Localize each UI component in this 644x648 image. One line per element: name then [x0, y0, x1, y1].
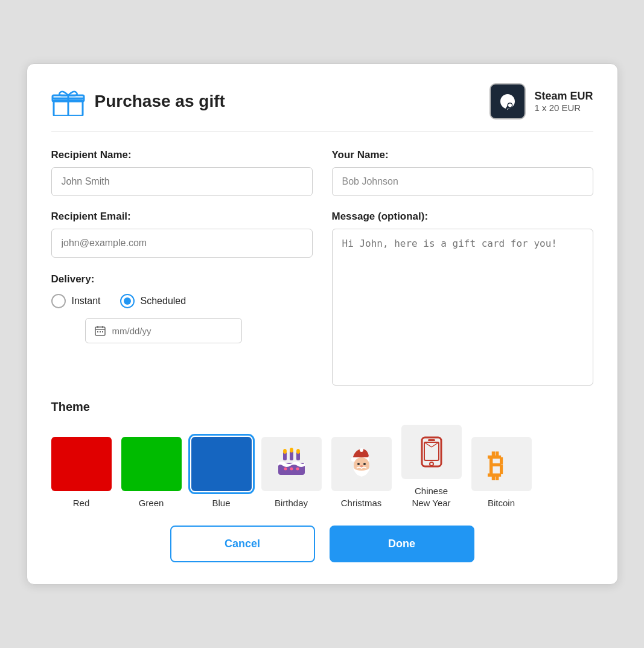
birthday-cake-icon — [273, 446, 310, 482]
header-divider — [51, 132, 593, 132]
theme-icon-birthday[interactable] — [261, 437, 322, 491]
purchase-gift-dialog: Purchase as gift Steam EUR 1 x 20 EUR Re… — [27, 63, 618, 585]
email-message-row: Recipient Email: Delivery: Instant Sched… — [51, 211, 593, 386]
dialog-header: Purchase as gift Steam EUR 1 x 20 EUR — [51, 83, 593, 119]
svg-line-33 — [424, 442, 432, 447]
header-left: Purchase as gift — [51, 87, 225, 116]
your-name-col: Your Name: — [332, 149, 593, 196]
svg-rect-10 — [97, 331, 98, 332]
theme-grid: Red Green Blue — [51, 425, 593, 509]
theme-label-red: Red — [73, 497, 90, 509]
your-name-input[interactable] — [332, 167, 593, 196]
recipient-name-input[interactable] — [51, 167, 313, 196]
theme-icon-christmas[interactable] — [331, 437, 392, 491]
theme-item-cny[interactable]: Chinese New Year — [401, 425, 462, 509]
theme-color-blue[interactable] — [191, 437, 252, 491]
theme-icon-bitcoin[interactable]: ₿ — [471, 437, 532, 491]
theme-item-red[interactable]: Red — [51, 437, 112, 509]
svg-point-18 — [296, 449, 300, 454]
svg-point-17 — [290, 448, 293, 453]
recipient-email-input[interactable] — [51, 229, 313, 258]
your-name-label: Your Name: — [332, 149, 593, 161]
name-row: Recipient Name: Your Name: — [51, 149, 593, 196]
svg-point-20 — [284, 467, 287, 470]
message-textarea[interactable] — [332, 229, 593, 386]
theme-item-blue[interactable]: Blue — [191, 437, 252, 509]
date-input-wrapper[interactable] — [85, 318, 242, 343]
cny-icon — [415, 434, 448, 470]
recipient-name-col: Recipient Name: — [51, 149, 313, 196]
svg-point-27 — [363, 463, 366, 465]
scheduled-radio-item[interactable]: Scheduled — [120, 294, 187, 308]
scheduled-label: Scheduled — [141, 296, 187, 307]
calendar-icon — [94, 325, 106, 337]
santa-icon — [343, 444, 380, 484]
email-message-left-col: Recipient Email: Delivery: Instant Sched… — [51, 211, 313, 386]
done-button[interactable]: Done — [330, 526, 474, 562]
theme-label-green: Green — [139, 497, 164, 509]
product-info-section: Steam EUR 1 x 20 EUR — [489, 83, 593, 119]
button-row: Cancel Done — [51, 526, 593, 562]
theme-item-birthday[interactable]: Birthday — [261, 437, 322, 509]
svg-rect-30 — [424, 442, 439, 460]
svg-rect-31 — [428, 439, 435, 441]
svg-text:₿: ₿ — [488, 448, 503, 481]
svg-point-5 — [508, 104, 512, 107]
svg-point-16 — [283, 449, 287, 454]
theme-color-green[interactable] — [121, 437, 182, 491]
instant-radio-item[interactable]: Instant — [51, 294, 101, 308]
product-detail: 1 x 20 EUR — [534, 103, 593, 113]
theme-color-red[interactable] — [51, 437, 112, 491]
theme-label-blue: Blue — [212, 497, 230, 509]
message-col: Message (optional): — [332, 211, 593, 386]
gift-icon — [51, 87, 85, 116]
dialog-title: Purchase as gift — [95, 92, 225, 111]
svg-point-26 — [357, 463, 360, 465]
instant-radio-circle[interactable] — [51, 294, 66, 308]
delivery-radio-group: Instant Scheduled — [51, 294, 313, 308]
scheduled-radio-circle[interactable] — [120, 294, 135, 308]
theme-label-bitcoin: Bitcoin — [488, 497, 515, 509]
bitcoin-icon: ₿ — [484, 446, 519, 481]
cancel-button[interactable]: Cancel — [170, 526, 315, 562]
delivery-section: Delivery: Instant Scheduled — [51, 273, 313, 343]
message-label: Message (optional): — [332, 211, 593, 223]
theme-label-christmas: Christmas — [341, 497, 382, 509]
theme-title: Theme — [51, 400, 593, 414]
instant-label: Instant — [72, 296, 101, 307]
theme-section: Theme Red Green Blue — [51, 400, 593, 509]
date-input[interactable] — [112, 326, 233, 336]
product-details: Steam EUR 1 x 20 EUR — [534, 90, 593, 113]
svg-point-24 — [360, 448, 363, 452]
theme-label-cny: Chinese New Year — [412, 485, 450, 509]
product-name: Steam EUR — [534, 90, 593, 103]
theme-item-christmas[interactable]: Christmas — [331, 437, 392, 509]
svg-line-34 — [432, 442, 439, 447]
recipient-name-label: Recipient Name: — [51, 149, 313, 161]
theme-label-birthday: Birthday — [275, 497, 308, 509]
delivery-label: Delivery: — [51, 273, 313, 285]
svg-point-21 — [290, 467, 293, 470]
steam-logo — [489, 83, 526, 119]
theme-item-bitcoin[interactable]: ₿ Bitcoin — [471, 437, 532, 509]
svg-point-32 — [430, 462, 433, 466]
svg-point-22 — [296, 467, 299, 470]
theme-icon-cny[interactable] — [401, 425, 462, 479]
theme-item-green[interactable]: Green — [121, 437, 182, 509]
recipient-email-label: Recipient Email: — [51, 211, 313, 223]
svg-rect-11 — [100, 331, 101, 332]
svg-rect-12 — [102, 331, 103, 332]
